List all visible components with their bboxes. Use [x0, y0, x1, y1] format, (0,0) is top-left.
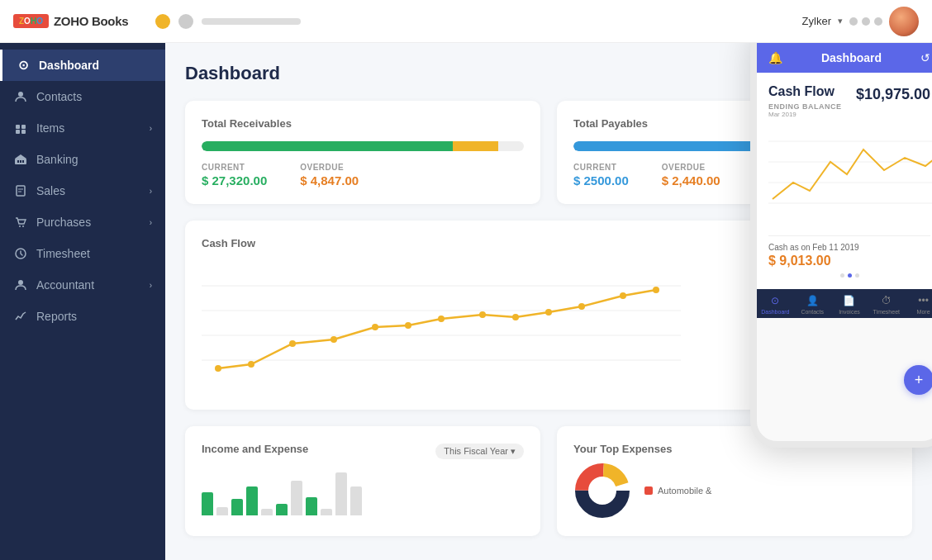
sidebar-label-purchases: Purchases: [36, 216, 141, 229]
content-area: Dashboard Total Receivables CURRENT $ 27…: [165, 43, 932, 560]
receivables-overdue-value: $ 4,847.00: [300, 173, 359, 187]
income-expense-card: Income and Expense This Fiscal Year ▾: [185, 426, 540, 536]
logo-box: ZOHO: [13, 14, 49, 28]
phone-fab[interactable]: +: [904, 365, 932, 395]
income-expense-bar-chart: [202, 470, 524, 515]
svg-point-28: [578, 303, 585, 310]
contacts-icon: [13, 89, 28, 104]
phone-content: Cash Flow ENDING BALANCE Mar 2019 $10,97…: [757, 73, 932, 289]
svg-rect-8: [22, 160, 24, 163]
sidebar-item-contacts[interactable]: Contacts: [0, 81, 165, 112]
user-name[interactable]: Zylker: [802, 15, 831, 27]
income-expense-title: Income and Expense: [202, 443, 308, 455]
bar-6: [276, 504, 288, 515]
svg-point-26: [512, 314, 519, 320]
svg-point-29: [620, 292, 626, 299]
purchases-arrow-icon: ›: [150, 218, 152, 227]
topbar-right: Zylker ▾: [802, 7, 919, 36]
topbar-action-dots: [849, 17, 882, 26]
legend-automobile: Automobile &: [658, 486, 711, 496]
avatar[interactable]: [889, 7, 919, 36]
svg-point-30: [653, 287, 659, 293]
phone-ending-balance-value: $10,975.00: [856, 86, 930, 103]
dashboard-icon: ⊙: [16, 58, 31, 73]
phone-header-title: Dashboard: [821, 51, 882, 64]
bar-5: [261, 509, 273, 515]
phone-nav-contacts[interactable]: 👤 Contacts: [794, 294, 831, 315]
phone-nav-more[interactable]: ••• More: [905, 294, 932, 315]
bar-8: [306, 497, 317, 515]
accountant-icon: [13, 278, 28, 292]
svg-point-0: [18, 92, 23, 97]
payables-current-value: $ 2500.00: [573, 173, 629, 187]
top-expenses-legend: Automobile &: [644, 486, 711, 496]
phone-nav-invoices[interactable]: 📄 Invoices: [831, 294, 868, 315]
bar-9: [321, 509, 332, 515]
sidebar-label-accountant: Accountant: [36, 278, 141, 292]
top-expenses-donut-area: Automobile &: [573, 462, 896, 520]
svg-point-24: [438, 316, 445, 322]
topbar-dot-gray: [178, 14, 193, 29]
phone-nav-invoices-label: Invoices: [839, 309, 860, 315]
bar-10: [335, 472, 347, 515]
phone-ending-balance-date: Mar 2019: [768, 111, 842, 118]
receivables-overdue-block: OVERDUE $ 4,847.00: [300, 163, 359, 187]
bar-7: [291, 481, 302, 515]
svg-point-11: [22, 225, 24, 227]
phone-header: 🔔 Dashboard ↺: [757, 43, 932, 73]
payables-overdue-value: $ 2,440.00: [662, 173, 720, 187]
donut-chart: [573, 462, 631, 520]
svg-point-34: [595, 483, 610, 498]
sidebar-label-banking: Banking: [36, 153, 152, 166]
svg-rect-3: [16, 130, 20, 134]
phone-footer-value: $ 9,013.00: [768, 254, 930, 268]
phone-nav-timesheet-label: Timesheet: [873, 309, 900, 315]
phone-pagination-dots: [768, 273, 930, 278]
sidebar-item-reports[interactable]: Reports: [0, 301, 165, 332]
user-dropdown-icon[interactable]: ▾: [838, 16, 843, 26]
svg-point-13: [18, 280, 23, 285]
topbar-middle: [155, 14, 792, 29]
svg-rect-2: [21, 125, 26, 129]
svg-rect-1: [16, 125, 20, 129]
phone-overlay: ●●●●● 9:41 AM 100% 🔔 Dashboard ↺ Cash Fl…: [750, 43, 932, 448]
receivables-current-value: $ 27,320.00: [202, 173, 267, 187]
payables-overdue-label: OVERDUE: [662, 163, 720, 172]
bar-1: [202, 492, 213, 515]
payables-overdue-block: OVERDUE $ 2,440.00: [662, 163, 720, 187]
svg-rect-4: [21, 130, 26, 134]
income-expense-filter[interactable]: This Fiscal Year ▾: [435, 444, 524, 459]
receivables-title: Total Receivables: [202, 117, 524, 130]
sidebar-item-purchases[interactable]: Purchases ›: [0, 206, 165, 238]
sales-arrow-icon: ›: [150, 187, 152, 196]
bar-11: [350, 486, 362, 515]
phone-nav-timesheet[interactable]: ⏱ Timesheet: [868, 294, 905, 315]
sidebar-label-sales: Sales: [36, 184, 141, 197]
logo-books-text: ZOHO Books: [54, 14, 128, 28]
sidebar-label-contacts: Contacts: [36, 90, 152, 103]
receivables-overdue-bar: [453, 141, 498, 151]
sidebar-item-banking[interactable]: Banking: [0, 144, 165, 175]
receivables-progress: [202, 141, 524, 151]
sidebar-item-dashboard[interactable]: ⊙ Dashboard: [0, 50, 165, 81]
phone-nav-timesheet-icon: ⏱: [880, 294, 893, 307]
phone-dot-2: [848, 273, 852, 278]
sidebar-label-items: Items: [36, 121, 141, 135]
svg-point-25: [479, 311, 486, 318]
reports-icon: [13, 309, 28, 324]
items-icon: [13, 121, 28, 135]
bar-4: [246, 486, 258, 515]
phone-nav-more-label: More: [917, 309, 930, 315]
sidebar-item-items[interactable]: Items ›: [0, 112, 165, 144]
phone-nav-dashboard[interactable]: ⊙ Dashboard: [757, 294, 794, 315]
sidebar-item-timesheet[interactable]: Timesheet: [0, 238, 165, 269]
topbar-search-bar: [202, 18, 301, 25]
phone-chart-svg: [768, 125, 932, 224]
sidebar-item-sales[interactable]: Sales ›: [0, 175, 165, 206]
cashflow-svg: [202, 261, 697, 389]
sidebar-item-accountant[interactable]: Accountant ›: [0, 269, 165, 301]
phone-dot-3: [855, 273, 859, 278]
svg-point-19: [248, 361, 254, 368]
svg-point-21: [330, 336, 337, 343]
svg-rect-6: [17, 160, 19, 163]
